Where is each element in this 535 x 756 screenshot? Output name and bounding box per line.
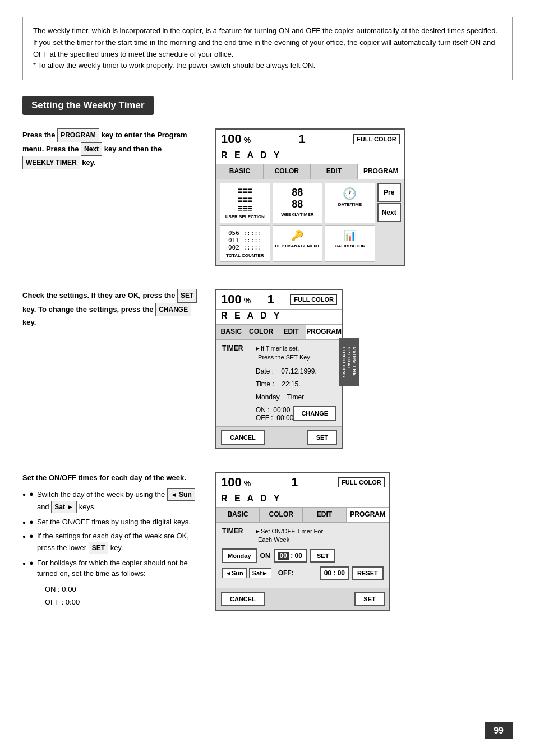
screen-3-top-bar: 100 % 1 FULL COLOR bbox=[216, 473, 389, 492]
bullet-4-text: For holidays for which the copier should… bbox=[37, 557, 202, 579]
pre-button[interactable]: Pre bbox=[377, 183, 401, 202]
screen-3-on-label: ON bbox=[260, 552, 270, 560]
tab-color[interactable]: COLOR bbox=[264, 164, 311, 179]
step-2-row: Check the settings. If they are OK, pres… bbox=[22, 289, 513, 449]
screen-1-full-color: FULL COLOR bbox=[353, 134, 400, 144]
screen-2: 100 % 1 FULL COLOR R E A D Y BASIC COLOR… bbox=[215, 289, 343, 449]
set-key: SET bbox=[177, 289, 197, 302]
off-value: OFF : 0:00 bbox=[45, 596, 202, 609]
day-button[interactable]: Monday bbox=[222, 548, 257, 563]
s2-tab-color[interactable]: COLOR bbox=[246, 325, 276, 339]
icon-weeklytimer[interactable]: 8888 WEEKLYTIMER bbox=[273, 183, 323, 223]
step-3-row: Set the ON/OFF times for each day of the… bbox=[22, 472, 513, 611]
icon-dept-management[interactable]: 🔑 DEPTMANAGEMENT bbox=[273, 225, 323, 262]
sun-key: ◄ Sun bbox=[167, 488, 195, 501]
user-selection-sym: ≡≡≡≡≡≡≡≡≡ bbox=[238, 187, 252, 213]
sat-button[interactable]: Sat► bbox=[249, 568, 271, 578]
s3-tab-edit[interactable]: EDIT bbox=[303, 508, 346, 522]
s2-tab-basic[interactable]: BASIC bbox=[216, 325, 246, 339]
screen-2-ready: R E A D Y bbox=[216, 310, 342, 325]
main-content: Press the PROGRAM key to enter the Progr… bbox=[22, 128, 513, 611]
bullet-2: ● Set the ON/OFF times by using the digi… bbox=[22, 517, 202, 528]
icon-total-counter[interactable]: 056 :::::011 :::::002 ::::: TOTAL COUNTE… bbox=[220, 225, 270, 262]
total-counter-label: TOTAL COUNTER bbox=[226, 253, 264, 258]
change-button[interactable]: CHANGE bbox=[293, 406, 336, 421]
screen-3-sun-sat-row: ◄Sun Sat► OFF: 00 : 00 RESET bbox=[222, 566, 384, 580]
bullet-3: ● If the settings for each day of the we… bbox=[22, 531, 202, 554]
next-button[interactable]: Next bbox=[377, 203, 401, 222]
screen-3-timer-msg: ►Set ON/OFF Timer For Each Week bbox=[255, 527, 323, 545]
tab-edit[interactable]: EDIT bbox=[311, 164, 358, 179]
screen-3-set-bottom-button[interactable]: SET bbox=[354, 592, 384, 606]
tab-program[interactable]: PROGRAM bbox=[358, 164, 404, 179]
screen-2-timer-details: Date : 07.12.1999. Time : 22:15. Monday … bbox=[256, 365, 336, 403]
screen-3-ready: R E A D Y bbox=[216, 492, 389, 508]
screen-3-set-top-button[interactable]: SET bbox=[310, 549, 335, 563]
pre-next-col: Pre Next bbox=[377, 183, 401, 262]
screen-3-on-time[interactable]: 00 : 00 bbox=[274, 549, 307, 563]
screen-1: 100 % 1 FULL COLOR R E A D Y BASIC COLOR… bbox=[215, 128, 405, 266]
bullet-4: ● For holidays for which the copier shou… bbox=[22, 557, 202, 579]
step-1-instruction: Press the PROGRAM key to enter the Progr… bbox=[22, 128, 202, 169]
reset-button[interactable]: RESET bbox=[352, 566, 384, 580]
screen-2-timer-label: TIMER bbox=[222, 344, 250, 352]
screen-3: 100 % 1 FULL COLOR R E A D Y BASIC COLOR… bbox=[215, 472, 390, 611]
screen-3-cancel-button[interactable]: CANCEL bbox=[221, 592, 265, 606]
icon-user-selection[interactable]: ≡≡≡≡≡≡≡≡≡ USER SELECTION bbox=[220, 183, 270, 223]
bullet-1-marker: ● bbox=[29, 488, 34, 513]
s3-tab-color[interactable]: COLOR bbox=[260, 508, 303, 522]
s3-tab-basic[interactable]: BASIC bbox=[216, 508, 260, 522]
step-3-text: Set the ON/OFF times for each day of the… bbox=[22, 472, 202, 609]
screen-1-ready: R E A D Y bbox=[216, 149, 404, 164]
datetime-label: DATE/TIME bbox=[338, 202, 362, 207]
program-key: PROGRAM bbox=[57, 128, 99, 142]
section-title: Setting the Weekly Timer bbox=[22, 96, 154, 115]
icon-datetime[interactable]: 🕐 DATE/TIME bbox=[325, 183, 375, 223]
screen-2-wrapper: 100 % 1 FULL COLOR R E A D Y BASIC COLOR… bbox=[215, 289, 343, 449]
step-1-text: Press the PROGRAM key to enter the Progr… bbox=[22, 128, 202, 174]
screen-3-full-color: FULL COLOR bbox=[338, 477, 385, 487]
info-box: The weekly timer, which is incorporated … bbox=[22, 17, 513, 80]
screen-2-on-off-change: ON : 00:00 OFF : 00:00 CHANGE bbox=[222, 406, 336, 422]
step-3-title: Set the ON/OFF times for each day of the… bbox=[22, 472, 202, 484]
set-key-2: SET bbox=[89, 542, 108, 554]
sun-button[interactable]: ◄Sun bbox=[222, 568, 247, 578]
screen-2-top-bar: 100 % 1 FULL COLOR bbox=[216, 290, 342, 310]
step-2-instruction: Check the settings. If they are OK, pres… bbox=[22, 289, 202, 329]
dept-mgmt-sym: 🔑 bbox=[291, 229, 303, 242]
screen-3-off-label: OFF: bbox=[278, 569, 317, 577]
s2-tab-program[interactable]: PROGRAM bbox=[306, 325, 342, 339]
step-1-row: Press the PROGRAM key to enter the Progr… bbox=[22, 128, 513, 266]
screen-1-number: 1 bbox=[298, 132, 305, 146]
tab-basic[interactable]: BASIC bbox=[216, 164, 264, 179]
calibration-sym: 📊 bbox=[344, 229, 356, 242]
next-key: Next bbox=[81, 142, 102, 156]
screen-1-wrapper: 100 % 1 FULL COLOR R E A D Y BASIC COLOR… bbox=[215, 128, 405, 266]
screen-2-cancel-button[interactable]: CANCEL bbox=[221, 430, 265, 445]
screen-1-tabs: BASIC COLOR EDIT PROGRAM bbox=[216, 164, 404, 179]
screen-2-number: 1 bbox=[268, 292, 274, 307]
on-time-highlight: 00 bbox=[278, 552, 289, 560]
step-3-bullets: ● Switch the day of the week by using th… bbox=[22, 488, 202, 579]
icon-calibration[interactable]: 📊 CALIBRATION bbox=[325, 225, 375, 262]
change-key: CHANGE bbox=[155, 303, 191, 316]
bullet-1-text: Switch the day of the week by using the … bbox=[37, 488, 202, 513]
sat-key: Sat ► bbox=[51, 501, 77, 513]
info-text: The weekly timer, which is incorporated … bbox=[33, 26, 497, 70]
on-off-values: ON : 0:00 OFF : 0:00 bbox=[45, 583, 202, 609]
screen-1-icons-outer: ≡≡≡≡≡≡≡≡≡ USER SELECTION 8888 WEEKLYTIME… bbox=[216, 179, 404, 265]
s3-tab-program[interactable]: PROGRAM bbox=[347, 508, 389, 522]
user-selection-label: USER SELECTION bbox=[225, 214, 265, 219]
screen-2-tabs: BASIC COLOR EDIT PROGRAM bbox=[216, 325, 342, 340]
screen-2-body: TIMER ►If Timer is set, Press the SET Ke… bbox=[216, 340, 342, 426]
bullet-3-text: If the settings for each day of the week… bbox=[37, 531, 202, 554]
screen-2-set-button[interactable]: SET bbox=[307, 430, 337, 445]
screen-3-timer-row: TIMER ►Set ON/OFF Timer For Each Week bbox=[222, 527, 384, 545]
screen-3-off-time[interactable]: 00 : 00 bbox=[320, 566, 349, 580]
page-number: 99 bbox=[485, 722, 513, 739]
screen-2-time: Time : 22:15. bbox=[256, 378, 336, 391]
screen-1-icons-grid: ≡≡≡≡≡≡≡≡≡ USER SELECTION 8888 WEEKLYTIME… bbox=[220, 183, 375, 262]
s2-tab-edit[interactable]: EDIT bbox=[276, 325, 306, 339]
screen-3-timer-label: TIMER bbox=[222, 527, 250, 535]
screen-3-number: 1 bbox=[291, 475, 298, 490]
